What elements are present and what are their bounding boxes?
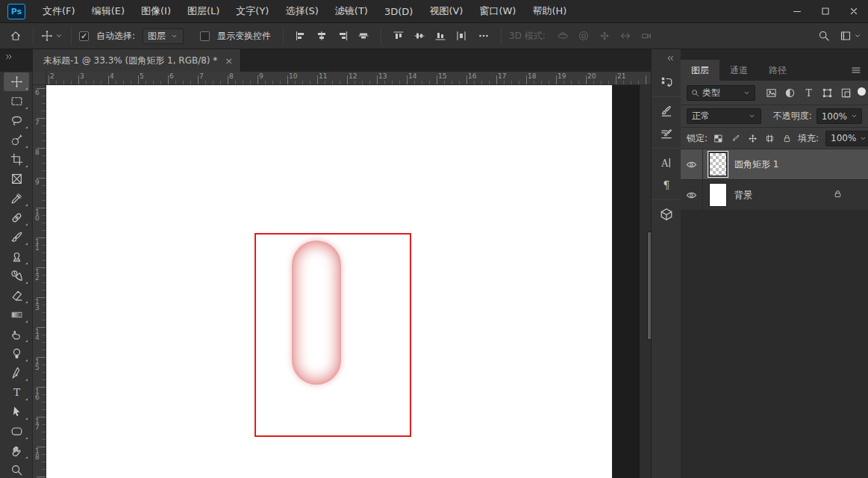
vertical-scrollbar[interactable]	[639, 85, 651, 478]
orbit-3d-button[interactable]	[553, 26, 572, 46]
history-panel-panel-button[interactable]	[652, 71, 681, 93]
filter-shape-filter-button[interactable]	[819, 85, 835, 101]
align-right-button[interactable]	[333, 26, 352, 46]
layer-visibility-toggle[interactable]	[681, 149, 703, 179]
align-center-h-button[interactable]	[312, 26, 331, 46]
layer-thumbnail[interactable]	[709, 152, 727, 176]
menu-item-7[interactable]: 3D(D)	[376, 0, 421, 22]
menu-item-8[interactable]: 视图(V)	[421, 0, 471, 22]
brush-settings-panel-button[interactable]	[652, 100, 681, 122]
distribute-center-button[interactable]	[410, 26, 429, 46]
distribute-top-button[interactable]	[389, 26, 408, 46]
checker-button[interactable]	[711, 131, 725, 146]
show-transform-checkbox[interactable]	[200, 31, 210, 41]
filter-adjustment-button[interactable]	[781, 85, 798, 101]
distribute-bottom-button[interactable]	[431, 26, 450, 46]
tool-preset-button[interactable]	[41, 30, 63, 42]
path-selection-tool[interactable]	[4, 403, 29, 421]
expand-panels-button[interactable]	[666, 54, 675, 65]
panel-tab-路径[interactable]: 路径	[758, 60, 797, 81]
history-brush-tool[interactable]	[4, 267, 29, 285]
type-tool[interactable]: T	[4, 383, 29, 402]
menu-item-0[interactable]: 文件(F)	[34, 0, 84, 22]
auto-select-checkbox[interactable]	[79, 31, 89, 41]
dolly-3d-button[interactable]	[637, 26, 656, 46]
lock-artboard-button[interactable]	[763, 131, 777, 146]
auto-select-target-dropdown[interactable]: 图层	[143, 28, 184, 44]
layer-row[interactable]: 圆角矩形 1	[681, 149, 868, 180]
pan-3d-button[interactable]	[595, 26, 614, 46]
home-button[interactable]	[6, 26, 25, 46]
pen-tool[interactable]	[4, 364, 29, 382]
eraser-tool[interactable]	[4, 286, 29, 305]
rounded-rectangle-tool[interactable]	[4, 422, 29, 441]
eyedropper-tool[interactable]	[4, 189, 29, 208]
brush-tool[interactable]	[4, 228, 29, 246]
document-tab[interactable]: 未标题-1 @ 33.3% (圆角矩形 1, RGB/8) * ×	[33, 49, 241, 72]
workspace-switcher[interactable]	[840, 30, 862, 42]
h-ruler-tick: 14	[408, 72, 416, 80]
opacity-dropdown[interactable]: 100%	[817, 108, 862, 124]
filter-type-filter-button[interactable]: T	[800, 85, 817, 101]
dodge-tool[interactable]	[4, 344, 29, 363]
horizontal-ruler[interactable]: 23456789101112131415161718192021	[46, 72, 651, 85]
zoom-tool[interactable]	[4, 461, 29, 478]
layer-visibility-toggle[interactable]	[681, 180, 703, 210]
maximize-button[interactable]	[811, 0, 840, 22]
spot-healing-tool[interactable]	[4, 208, 29, 227]
filter-smart-object-button[interactable]	[837, 85, 854, 101]
vertical-ruler[interactable]: 67891 01 11 21 31 41 51 61 71 8	[33, 85, 46, 478]
h-ruler-tick: 4	[110, 72, 114, 80]
cube-3d-panel-button[interactable]	[652, 203, 681, 226]
minimize-button[interactable]	[783, 0, 811, 22]
smudge-tool[interactable]	[4, 325, 29, 344]
fill-dropdown[interactable]: 100%	[825, 131, 868, 146]
ruler-origin-corner[interactable]	[33, 72, 46, 85]
menu-item-3[interactable]: 图层(L)	[179, 0, 228, 22]
layer-row[interactable]: 背景	[681, 180, 868, 211]
document-close-button[interactable]: ×	[225, 55, 233, 66]
slide-3d-button[interactable]	[616, 26, 635, 46]
menu-item-4[interactable]: 文字(Y)	[228, 0, 277, 22]
filter-type-dropdown[interactable]: 类型	[687, 85, 755, 101]
crop-tool[interactable]	[4, 150, 29, 169]
frame-tool[interactable]	[4, 170, 29, 188]
toolbar-collapse-button[interactable]	[0, 49, 33, 72]
menu-item-10[interactable]: 帮助(H)	[524, 0, 575, 22]
panel-tab-图层[interactable]: 图层	[681, 60, 719, 81]
lock-position-button[interactable]	[746, 131, 760, 146]
lock-paint-button[interactable]	[728, 131, 743, 146]
rectangular-marquee-tool[interactable]	[4, 92, 29, 111]
filter-toggle[interactable]	[858, 87, 866, 96]
hand-tool[interactable]	[4, 441, 29, 460]
menu-item-6[interactable]: 滤镜(T)	[327, 0, 376, 22]
more-options-button[interactable]	[474, 26, 493, 46]
filter-image-button[interactable]	[763, 85, 779, 101]
gradient-tool[interactable]	[4, 305, 29, 324]
clone-stamp-tool[interactable]	[4, 247, 29, 266]
blend-mode-dropdown[interactable]: 正常	[687, 108, 761, 124]
document-canvas[interactable]	[46, 85, 612, 478]
brushes-panel-button[interactable]	[652, 122, 681, 145]
align-left-button[interactable]	[291, 26, 310, 46]
close-button[interactable]	[840, 0, 868, 22]
quick-selection-tool[interactable]	[4, 131, 29, 149]
panel-tab-通道[interactable]: 通道	[719, 60, 758, 81]
distribute-h-button[interactable]	[452, 26, 471, 46]
menu-item-5[interactable]: 选择(S)	[277, 0, 326, 22]
menu-item-1[interactable]: 编辑(E)	[84, 0, 133, 22]
path-selection-tool-icon	[10, 406, 23, 418]
character-panel-panel-button[interactable]: A	[652, 152, 681, 174]
layer-thumbnail[interactable]	[709, 183, 727, 207]
panel-menu-icon[interactable]	[850, 64, 862, 76]
move-tool[interactable]	[4, 72, 29, 91]
search-button[interactable]	[814, 26, 834, 46]
separator	[501, 27, 502, 45]
menu-item-9[interactable]: 窗口(W)	[471, 0, 524, 22]
align-v-center-button[interactable]	[354, 26, 373, 46]
menu-item-2[interactable]: 图像(I)	[133, 0, 179, 22]
roll-3d-button[interactable]	[574, 26, 593, 46]
lasso-tool[interactable]	[4, 111, 29, 130]
paragraph-panel-panel-button[interactable]: ¶	[652, 174, 681, 196]
lock-all-button[interactable]	[780, 131, 794, 146]
